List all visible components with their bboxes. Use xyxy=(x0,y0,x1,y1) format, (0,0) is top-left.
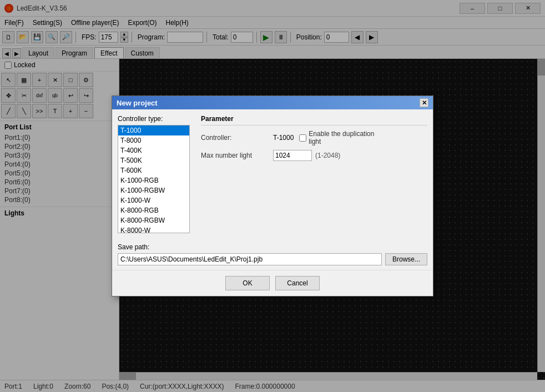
dialog-body: Controller type: T-1000T-8000T-400KT-500… xyxy=(112,109,433,239)
controller-item-9[interactable]: K-8000-RGBW xyxy=(118,215,189,225)
cancel-button[interactable]: Cancel xyxy=(275,276,320,290)
controller-list-section: Controller type: T-1000T-8000T-400KT-500… xyxy=(118,115,195,233)
dialog-title: New project xyxy=(117,99,158,107)
controller-item-3[interactable]: T-500K xyxy=(118,155,189,165)
enable-duplication-label: Enable the duplication light xyxy=(309,130,381,145)
dialog-footer: OK Cancel xyxy=(112,270,433,296)
max-number-hint: (1-2048) xyxy=(315,152,340,159)
max-number-input[interactable] xyxy=(273,150,312,161)
controller-item-1[interactable]: T-8000 xyxy=(118,135,189,145)
controller-param-value: T-1000 xyxy=(273,134,294,142)
controller-item-8[interactable]: K-8000-RGB xyxy=(118,205,189,215)
controller-item-6[interactable]: K-1000-RGBW xyxy=(118,185,189,195)
controller-item-7[interactable]: K-1000-W xyxy=(118,195,189,205)
save-path-label: Save path: xyxy=(118,243,427,251)
controller-item-10[interactable]: K-8000-W xyxy=(118,225,189,233)
enable-duplication-row: Enable the duplication light xyxy=(299,130,381,145)
controller-type-label: Controller type: xyxy=(118,115,195,123)
new-project-dialog: New project ✕ Controller type: T-1000T-8… xyxy=(112,96,433,296)
browse-button[interactable]: Browse... xyxy=(385,253,427,265)
controller-item-5[interactable]: K-1000-RGB xyxy=(118,175,189,185)
param-title: Parameter xyxy=(201,115,427,125)
dialog-close-button[interactable]: ✕ xyxy=(420,98,428,107)
path-row: Browse... xyxy=(118,253,427,265)
dialog-title-bar: New project ✕ xyxy=(112,96,433,109)
max-number-label: Max number light xyxy=(201,152,273,159)
dialog-overlay: New project ✕ Controller type: T-1000T-8… xyxy=(0,0,545,392)
enable-duplication-checkbox[interactable] xyxy=(299,134,306,142)
save-path-input[interactable] xyxy=(118,253,382,265)
ok-button[interactable]: OK xyxy=(225,276,270,290)
max-number-row: Max number light (1-2048) xyxy=(201,150,427,161)
controller-row: Controller: T-1000 Enable the duplicatio… xyxy=(201,130,427,145)
controller-item-2[interactable]: T-400K xyxy=(118,145,189,155)
controller-listbox[interactable]: T-1000T-8000T-400KT-500KT-600KK-1000-RGB… xyxy=(118,125,190,233)
controller-param-label: Controller: xyxy=(201,134,273,142)
controller-item-4[interactable]: T-600K xyxy=(118,165,189,175)
controller-item-0[interactable]: T-1000 xyxy=(118,125,189,135)
param-section: Parameter Controller: T-1000 Enable the … xyxy=(201,115,427,233)
save-path-section: Save path: Browse... xyxy=(112,239,433,270)
